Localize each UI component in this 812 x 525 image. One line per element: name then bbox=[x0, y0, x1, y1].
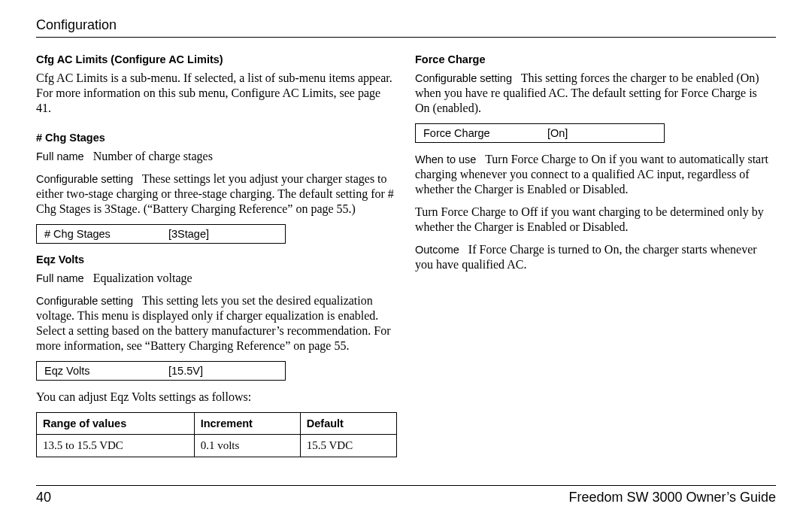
range-header-increment: Increment bbox=[194, 413, 300, 435]
column-right: Force Charge Configurable setting This s… bbox=[415, 48, 773, 458]
eqz-volts-heading: Eqz Volts bbox=[36, 253, 394, 266]
eqz-volts-value-box: Eqz Volts [15.5V] bbox=[36, 361, 286, 381]
lcd-label: # Chg Stages bbox=[44, 227, 168, 241]
chg-stages-fullname: Full name Number of charge stages bbox=[36, 149, 394, 164]
eqz-configurable: Configurable setting This setting lets y… bbox=[36, 293, 394, 354]
full-name-value: Equalization voltage bbox=[93, 272, 192, 284]
chg-stages-heading: # Chg Stages bbox=[36, 131, 394, 144]
chg-stages-configurable: Configurable setting These settings let … bbox=[36, 171, 394, 217]
range-cell-range: 13.5 to 15.5 VDC bbox=[37, 435, 195, 457]
outcome-label: Outcome bbox=[415, 244, 459, 256]
cfg-ac-limits-body: Cfg AC Limits is a sub-menu. If selected… bbox=[36, 71, 394, 116]
page-number: 40 bbox=[36, 489, 51, 506]
lcd-value: [3Stage] bbox=[168, 227, 209, 241]
column-left: Cfg AC Limits (Configure AC Limits) Cfg … bbox=[36, 48, 394, 458]
lcd-value: [15.5V] bbox=[168, 364, 203, 378]
configurable-setting-label: Configurable setting bbox=[36, 295, 133, 307]
full-name-label: Full name bbox=[36, 272, 84, 284]
configurable-setting-label: Configurable setting bbox=[36, 173, 133, 185]
configurable-setting-label: Configurable setting bbox=[415, 72, 512, 84]
eqz-adjust-note: You can adjust Eqz Volts settings as fol… bbox=[36, 390, 394, 405]
range-header-default: Default bbox=[300, 413, 396, 435]
force-charge-value-box: Force Charge [On] bbox=[415, 123, 665, 143]
full-name-label: Full name bbox=[36, 150, 84, 162]
lcd-label: Eqz Volts bbox=[44, 364, 168, 378]
cfg-ac-limits-heading: Cfg AC Limits (Configure AC Limits) bbox=[36, 53, 394, 66]
page-footer: 40 Freedom SW 3000 Owner’s Guide bbox=[36, 485, 776, 506]
chg-stages-value-box: # Chg Stages [3Stage] bbox=[36, 224, 286, 244]
full-name-value: Number of charge stages bbox=[93, 150, 213, 162]
range-cell-increment: 0.1 volts bbox=[194, 435, 300, 457]
eqz-range-table: Range of values Increment Default 13.5 t… bbox=[36, 412, 397, 457]
range-header-range: Range of values bbox=[37, 413, 195, 435]
force-charge-heading: Force Charge bbox=[415, 53, 773, 66]
book-title: Freedom SW 3000 Owner’s Guide bbox=[569, 489, 776, 506]
outcome-body: If Force Charge is turned to On, the cha… bbox=[415, 243, 757, 271]
lcd-value: [On] bbox=[547, 126, 568, 140]
force-charge-outcome: Outcome If Force Charge is turned to On,… bbox=[415, 242, 773, 272]
eqz-fullname: Full name Equalization voltage bbox=[36, 271, 394, 286]
lcd-label: Force Charge bbox=[423, 126, 547, 140]
when-to-use-label: When to use bbox=[415, 153, 476, 165]
range-cell-default: 15.5 VDC bbox=[300, 435, 396, 457]
force-charge-configurable: Configurable setting This setting forces… bbox=[415, 71, 773, 116]
page-header: Configuration bbox=[36, 17, 776, 38]
force-charge-when-to-use-2: Turn Force Charge to Off if you want cha… bbox=[415, 205, 773, 235]
force-charge-when-to-use-1: When to use Turn Force Charge to On if y… bbox=[415, 152, 773, 197]
